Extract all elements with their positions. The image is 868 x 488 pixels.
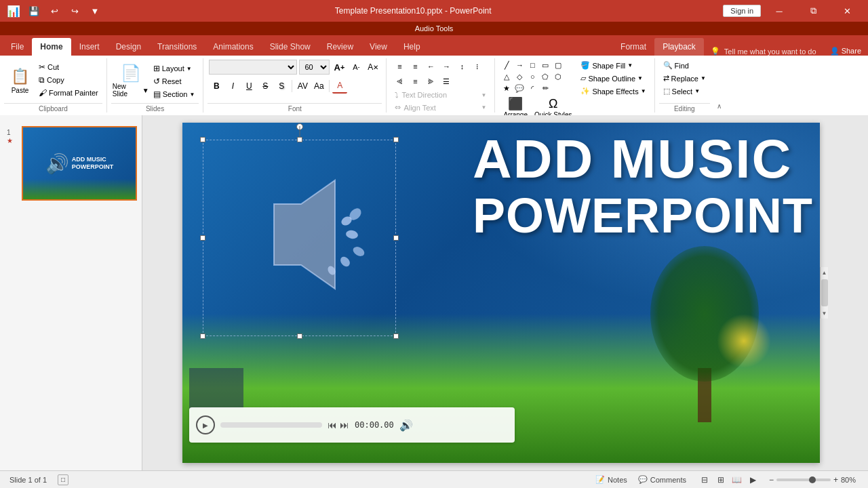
cut-button[interactable]: ✂ Cut: [36, 61, 101, 73]
align-left-button[interactable]: ⫷: [392, 75, 407, 88]
font-color-button[interactable]: A: [332, 79, 347, 94]
zoom-out-button[interactable]: −: [769, 475, 774, 485]
shape-pentagon[interactable]: ⬠: [539, 71, 551, 82]
save-button[interactable]: 💾: [26, 3, 42, 19]
tab-format[interactable]: Format: [612, 38, 654, 56]
shape-callout[interactable]: 💬: [513, 83, 526, 94]
handle-tr[interactable]: [393, 137, 399, 142]
undo-button[interactable]: ↩: [46, 3, 62, 19]
select-button[interactable]: ⬚ Select ▼: [660, 85, 703, 97]
shape-freeform[interactable]: ✏: [539, 83, 551, 94]
text-shadow-button[interactable]: S: [274, 79, 289, 94]
customize-button[interactable]: ▼: [87, 3, 103, 19]
slide-info-button[interactable]: □: [58, 474, 68, 485]
shape-diamond[interactable]: ◇: [513, 71, 526, 82]
zoom-in-button[interactable]: +: [833, 475, 838, 485]
tab-design[interactable]: Design: [108, 38, 149, 56]
strikethrough-button[interactable]: S: [258, 79, 273, 94]
reading-view-button[interactable]: 📖: [730, 474, 745, 486]
normal-view-button[interactable]: ⊟: [697, 474, 712, 486]
restore-button[interactable]: ⧉: [797, 0, 829, 22]
back-button[interactable]: ⏮: [328, 420, 337, 430]
shape-triangle[interactable]: △: [500, 71, 513, 82]
shape-line[interactable]: ╱: [500, 60, 513, 70]
replace-button[interactable]: ⇄ Replace ▼: [660, 73, 709, 84]
increase-indent-button[interactable]: →: [439, 60, 454, 73]
decrease-font-button[interactable]: A-: [349, 60, 363, 75]
handle-tc[interactable]: [297, 137, 302, 142]
reset-button[interactable]: ↺ Reset: [151, 75, 198, 87]
shape-arrow[interactable]: →: [513, 60, 526, 70]
scroll-up-button[interactable]: ▲: [821, 267, 829, 278]
new-slide-button[interactable]: 📄 New Slide ▼: [113, 60, 149, 102]
zoom-thumb[interactable]: [809, 476, 816, 483]
play-button[interactable]: ▶: [196, 415, 215, 434]
decrease-indent-button[interactable]: ←: [423, 60, 438, 73]
font-size-select[interactable]: 60: [299, 60, 330, 75]
numbering-button[interactable]: ≡: [408, 60, 422, 73]
handle-tl[interactable]: [200, 137, 205, 142]
tab-review[interactable]: Review: [319, 38, 361, 56]
clear-format-button[interactable]: A✕: [366, 60, 380, 75]
font-name-select[interactable]: [209, 60, 297, 75]
columns-button[interactable]: ⫶: [470, 60, 485, 73]
notes-button[interactable]: 📝 Notes: [593, 474, 630, 485]
shape-star[interactable]: ★: [500, 83, 513, 94]
signin-button[interactable]: Sign in: [723, 5, 761, 17]
copy-button[interactable]: ⧉ Copy: [36, 74, 101, 86]
tab-transitions[interactable]: Transitions: [149, 38, 205, 56]
scroll-thumb[interactable]: [821, 279, 828, 306]
slideshow-button[interactable]: ▶: [746, 474, 761, 486]
tab-insert[interactable]: Insert: [71, 38, 108, 56]
audio-object-container[interactable]: [203, 140, 396, 336]
shape-effects-button[interactable]: ✨ Shape Effects ▼: [578, 85, 648, 97]
scroll-down-button[interactable]: ▼: [821, 308, 829, 319]
tab-playback[interactable]: Playback: [654, 38, 704, 56]
share-button[interactable]: 👤 Share: [823, 47, 868, 56]
comments-button[interactable]: 💬 Comments: [635, 474, 689, 485]
justify-button[interactable]: ☰: [439, 75, 454, 88]
tab-home[interactable]: Home: [32, 38, 71, 56]
line-spacing-button[interactable]: ↕: [454, 60, 469, 73]
increase-font-button[interactable]: A+: [332, 60, 347, 75]
shape-outline-button[interactable]: ▱ Shape Outline ▼: [578, 73, 648, 84]
shape-curved[interactable]: ◜: [526, 83, 538, 94]
redo-button[interactable]: ↪: [66, 3, 83, 19]
underline-button[interactable]: U: [241, 79, 256, 94]
shape-rect[interactable]: □: [526, 60, 538, 70]
align-center-button[interactable]: ≡: [408, 75, 422, 88]
char-spacing-button[interactable]: AV: [295, 79, 310, 94]
tab-file[interactable]: File: [3, 38, 32, 56]
align-right-button[interactable]: ⫸: [423, 75, 438, 88]
handle-br[interactable]: [393, 333, 399, 339]
tab-help[interactable]: Help: [395, 38, 429, 56]
canvas-area[interactable]: ADD MUSIC POWERPOINT ▶ ⏮ ⏭ 00:00.00 🔊: [142, 115, 868, 470]
shape-oval[interactable]: ○: [526, 71, 538, 82]
search-label[interactable]: Tell me what you want to do: [724, 47, 816, 56]
find-button[interactable]: 🔍 Find: [660, 60, 692, 71]
minimize-button[interactable]: ─: [764, 0, 795, 22]
ribbon-collapse-button[interactable]: ∧: [714, 100, 725, 111]
shape-rect2[interactable]: ▭: [539, 60, 551, 70]
tab-view[interactable]: View: [361, 38, 395, 56]
paste-button[interactable]: 📋 Paste: [5, 60, 35, 102]
slide-sorter-button[interactable]: ⊞: [713, 474, 728, 486]
text-direction-button[interactable]: ⤵ Text Direction ▼: [392, 89, 489, 100]
layout-button[interactable]: ⊞ Layout ▼: [151, 62, 198, 75]
handle-mr[interactable]: [393, 235, 399, 241]
bold-button[interactable]: B: [209, 79, 224, 94]
handle-bc[interactable]: [297, 333, 302, 339]
volume-button[interactable]: 🔊: [399, 419, 413, 432]
tab-animations[interactable]: Animations: [205, 38, 261, 56]
format-painter-button[interactable]: 🖌 Format Painter: [36, 87, 101, 99]
zoom-percent[interactable]: 80%: [841, 476, 861, 484]
bullets-button[interactable]: ≡: [392, 60, 407, 73]
close-button[interactable]: ✕: [831, 0, 863, 22]
handle-bl[interactable]: [200, 333, 205, 339]
section-button[interactable]: ▤ Section ▼: [151, 88, 198, 100]
shape-hexagon[interactable]: ⬡: [552, 71, 564, 82]
progress-bar[interactable]: [220, 422, 322, 428]
tab-slideshow[interactable]: Slide Show: [262, 38, 319, 56]
change-case-button[interactable]: Aa: [311, 79, 326, 94]
italic-button[interactable]: I: [225, 79, 240, 94]
